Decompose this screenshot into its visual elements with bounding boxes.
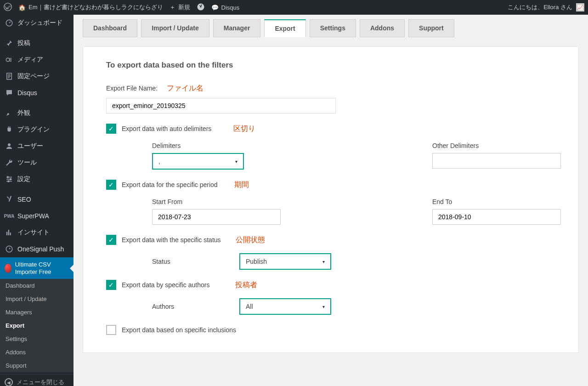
auto-delimiters-label: Export data with auto delimiters bbox=[122, 125, 211, 132]
end-to-input[interactable] bbox=[432, 209, 561, 225]
sub-import-update[interactable]: Import / Update bbox=[0, 292, 74, 306]
sidebar-item-media[interactable]: メディア bbox=[0, 51, 74, 68]
pin-icon bbox=[5, 39, 14, 48]
authors-checkbox[interactable]: ✓ bbox=[106, 280, 116, 290]
file-name-input[interactable] bbox=[106, 98, 336, 114]
plus-icon: ＋ bbox=[170, 3, 175, 11]
sub-support[interactable]: Support bbox=[0, 359, 74, 372]
yoast-icon bbox=[197, 3, 205, 12]
sidebar-item-disqus[interactable]: Disqus bbox=[0, 85, 74, 101]
start-from-input[interactable] bbox=[152, 209, 281, 225]
sub-settings[interactable]: Settings bbox=[0, 332, 74, 346]
delimiters-col: Delimiters , ▾ bbox=[152, 142, 244, 170]
file-name-row: Export File Name: ファイル名 bbox=[106, 84, 555, 114]
period-fields: Start From End To bbox=[152, 198, 555, 225]
delimiters-label: Delimiters bbox=[152, 142, 244, 149]
greeting[interactable]: こんにちは、Ellora さん bbox=[508, 3, 572, 11]
sidebar-item-insight[interactable]: インサイト bbox=[0, 224, 74, 241]
sidebar-item-appearance[interactable]: 外観 bbox=[0, 105, 74, 121]
status-fields: Status Publish ▾ bbox=[152, 253, 555, 270]
admin-sidebar: ダッシュボード 投稿 メディア 固定ページ Disqus 外観 プラグイン ユー… bbox=[0, 15, 74, 386]
sidebar-item-plugins[interactable]: プラグイン bbox=[0, 121, 74, 138]
status-checkbox[interactable]: ✓ bbox=[106, 235, 116, 245]
other-delimiters-label: Other Delimiters bbox=[432, 142, 561, 149]
wrench-icon bbox=[5, 158, 14, 167]
authors-row: ✓ Export data by specific authors 投稿者 bbox=[106, 280, 555, 290]
collapse-menu[interactable]: ◀メニューを閉じる bbox=[0, 374, 74, 386]
sidebar-item-users[interactable]: ユーザー bbox=[0, 138, 74, 154]
tab-import-update[interactable]: Import / Update bbox=[141, 19, 209, 37]
export-panel: To export data based on the filters Expo… bbox=[83, 46, 579, 353]
period-row: ✓ Export data for the specific period 期間 bbox=[106, 180, 555, 190]
period-checkbox[interactable]: ✓ bbox=[106, 180, 116, 190]
other-delimiters-input[interactable] bbox=[432, 153, 561, 169]
status-select[interactable]: Publish ▾ bbox=[239, 253, 331, 270]
chevron-down-icon: ▾ bbox=[322, 304, 325, 309]
collapse-icon: ◀ bbox=[5, 378, 13, 386]
bell-icon bbox=[5, 244, 14, 254]
sub-addons[interactable]: Addons bbox=[0, 346, 74, 359]
authors-fields: Authors All ▾ bbox=[152, 298, 555, 315]
tab-dashboard[interactable]: Dashboard bbox=[83, 19, 137, 37]
sidebar-item-dashboard[interactable]: ダッシュボード bbox=[0, 15, 74, 31]
authors-annotation: 投稿者 bbox=[235, 280, 257, 290]
comment-icon: 💬 bbox=[211, 4, 219, 11]
tab-addons[interactable]: Addons bbox=[360, 19, 405, 37]
content-area: Dashboard Import / Update Manager Export… bbox=[74, 15, 588, 386]
sidebar-item-pages[interactable]: 固定ページ bbox=[0, 68, 74, 85]
inclusions-checkbox[interactable] bbox=[106, 325, 116, 335]
svg-point-7 bbox=[10, 179, 11, 180]
tab-settings[interactable]: Settings bbox=[310, 19, 356, 37]
plugin-tabs: Dashboard Import / Update Manager Export… bbox=[83, 19, 579, 37]
new-content[interactable]: ＋新規 bbox=[170, 3, 190, 11]
sidebar-item-tools[interactable]: ツール bbox=[0, 154, 74, 171]
inclusions-row: Export data based on specific inclusions bbox=[106, 325, 555, 335]
svg-point-5 bbox=[8, 143, 11, 146]
page-icon bbox=[5, 72, 14, 81]
home-icon: 🏠 bbox=[18, 4, 26, 11]
tab-manager[interactable]: Manager bbox=[213, 19, 261, 37]
yoast-icon bbox=[5, 195, 14, 204]
delimiters-select[interactable]: , ▾ bbox=[152, 153, 244, 170]
authors-select[interactable]: All ▾ bbox=[239, 298, 331, 315]
chevron-down-icon: ▾ bbox=[322, 259, 325, 264]
end-to-col: End To bbox=[432, 198, 561, 225]
sidebar-item-superpwa[interactable]: PWASuperPWA bbox=[0, 208, 74, 224]
period-annotation: 期間 bbox=[234, 180, 249, 190]
site-home[interactable]: 🏠Em｜書けど書けどなおわが暮らしラクにならざり bbox=[18, 3, 163, 11]
sidebar-item-posts[interactable]: 投稿 bbox=[0, 35, 74, 51]
admin-bar: 🏠Em｜書けど書けどなおわが暮らしラクにならざり ＋新規 💬Disqus こんに… bbox=[0, 0, 588, 15]
yoast[interactable] bbox=[197, 3, 205, 12]
svg-point-8 bbox=[8, 181, 9, 182]
sidebar-submenu: Dashboard Import / Update Managers Expor… bbox=[0, 279, 74, 372]
tab-support[interactable]: Support bbox=[408, 19, 454, 37]
sidebar-item-onesignal[interactable]: OneSignal Push bbox=[0, 241, 74, 257]
disqus-link[interactable]: 💬Disqus bbox=[211, 4, 240, 11]
sidebar-item-csv-importer[interactable]: Ultimate CSV Importer Free bbox=[0, 257, 74, 279]
brush-icon bbox=[5, 108, 14, 118]
period-label: Export data for the specific period bbox=[122, 181, 218, 188]
auto-delimiters-checkbox[interactable]: ✓ bbox=[106, 124, 116, 134]
file-name-label: Export File Name: bbox=[106, 85, 158, 92]
sidebar-item-seo[interactable]: SEO bbox=[0, 191, 74, 208]
sub-dashboard[interactable]: Dashboard bbox=[0, 279, 74, 292]
disqus-label: Disqus bbox=[221, 4, 240, 11]
other-delimiters-col: Other Delimiters bbox=[432, 142, 561, 170]
svg-point-6 bbox=[7, 176, 9, 178]
auto-delimiters-row: ✓ Export data with auto delimiters 区切り bbox=[106, 124, 555, 134]
end-to-label: End To bbox=[432, 198, 561, 205]
media-icon bbox=[5, 55, 14, 64]
sub-managers[interactable]: Managers bbox=[0, 306, 74, 319]
new-label: 新規 bbox=[178, 3, 190, 11]
tab-export[interactable]: Export bbox=[264, 19, 305, 37]
start-from-label: Start From bbox=[152, 198, 281, 205]
inclusions-label: Export data based on specific inclusions bbox=[122, 326, 236, 334]
csv-importer-icon bbox=[5, 264, 11, 273]
avatar[interactable]: 📈 bbox=[576, 3, 584, 11]
sub-export[interactable]: Export bbox=[0, 319, 74, 332]
wp-logo[interactable] bbox=[4, 3, 12, 12]
status-label: Status bbox=[152, 258, 212, 265]
sidebar-item-settings[interactable]: 設定 bbox=[0, 171, 74, 187]
admin-bar-left: 🏠Em｜書けど書けどなおわが暮らしラクにならざり ＋新規 💬Disqus bbox=[4, 3, 239, 12]
dashboard-icon bbox=[5, 18, 14, 28]
